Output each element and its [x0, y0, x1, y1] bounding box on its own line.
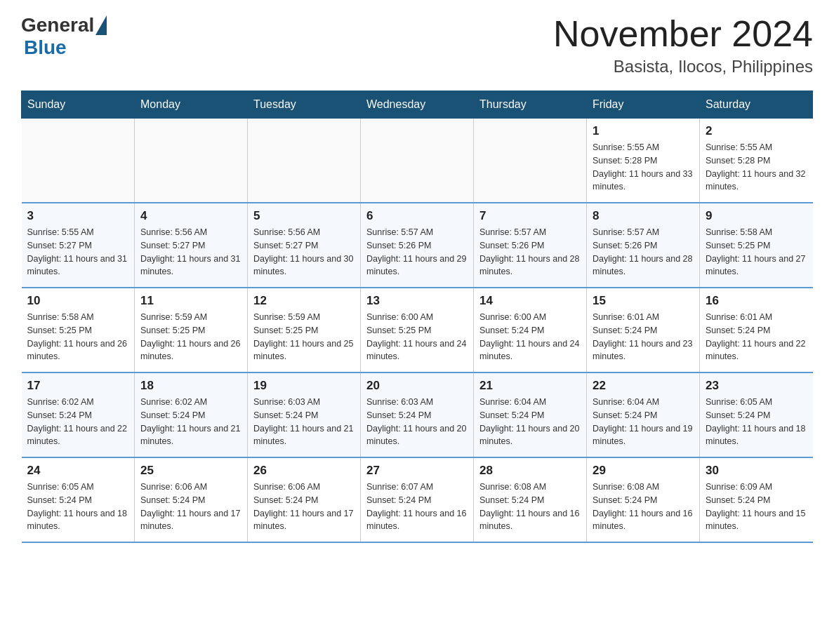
day-info: Sunrise: 6:02 AM Sunset: 5:24 PM Dayligh…: [140, 396, 241, 448]
calendar-day-cell: 17Sunrise: 6:02 AM Sunset: 5:24 PM Dayli…: [22, 373, 135, 457]
day-info: Sunrise: 5:57 AM Sunset: 5:26 PM Dayligh…: [479, 226, 581, 279]
day-number: 5: [253, 209, 355, 223]
day-number: 22: [593, 379, 694, 393]
day-number: 26: [253, 464, 355, 478]
day-info: Sunrise: 5:57 AM Sunset: 5:26 PM Dayligh…: [593, 226, 694, 279]
calendar-day-cell: 18Sunrise: 6:02 AM Sunset: 5:24 PM Dayli…: [135, 373, 248, 457]
day-info: Sunrise: 6:03 AM Sunset: 5:24 PM Dayligh…: [253, 396, 355, 448]
day-number: 27: [366, 464, 468, 478]
calendar-day-cell: [248, 119, 361, 203]
day-info: Sunrise: 5:58 AM Sunset: 5:25 PM Dayligh…: [706, 226, 807, 279]
day-info: Sunrise: 6:04 AM Sunset: 5:24 PM Dayligh…: [593, 396, 694, 448]
day-info: Sunrise: 6:04 AM Sunset: 5:24 PM Dayligh…: [479, 396, 581, 448]
day-number: 13: [366, 294, 468, 308]
day-info: Sunrise: 5:57 AM Sunset: 5:26 PM Dayligh…: [366, 226, 468, 279]
day-number: 30: [706, 464, 807, 478]
calendar-day-cell: 23Sunrise: 6:05 AM Sunset: 5:24 PM Dayli…: [700, 373, 813, 457]
calendar-day-cell: 1Sunrise: 5:55 AM Sunset: 5:28 PM Daylig…: [587, 119, 700, 203]
day-info: Sunrise: 5:56 AM Sunset: 5:27 PM Dayligh…: [140, 226, 241, 279]
day-info: Sunrise: 5:58 AM Sunset: 5:25 PM Dayligh…: [27, 311, 129, 363]
logo: General Blue: [21, 14, 107, 59]
calendar-title: November 2024: [553, 14, 813, 54]
calendar-day-cell: [135, 119, 248, 203]
calendar-day-cell: 12Sunrise: 5:59 AM Sunset: 5:25 PM Dayli…: [248, 288, 361, 373]
calendar-day-cell: [22, 119, 135, 203]
day-number: 23: [706, 379, 807, 393]
day-number: 21: [479, 379, 581, 393]
calendar-day-cell: 21Sunrise: 6:04 AM Sunset: 5:24 PM Dayli…: [474, 373, 587, 457]
day-info: Sunrise: 6:00 AM Sunset: 5:25 PM Dayligh…: [366, 311, 468, 363]
day-info: Sunrise: 6:00 AM Sunset: 5:24 PM Dayligh…: [479, 311, 581, 363]
calendar-day-cell: 9Sunrise: 5:58 AM Sunset: 5:25 PM Daylig…: [700, 203, 813, 288]
day-info: Sunrise: 6:05 AM Sunset: 5:24 PM Dayligh…: [27, 481, 129, 533]
day-number: 14: [479, 294, 581, 308]
day-info: Sunrise: 6:05 AM Sunset: 5:24 PM Dayligh…: [706, 396, 807, 448]
day-number: 2: [706, 124, 807, 138]
calendar-week-row: 3Sunrise: 5:55 AM Sunset: 5:27 PM Daylig…: [22, 203, 813, 288]
calendar-day-cell: 5Sunrise: 5:56 AM Sunset: 5:27 PM Daylig…: [248, 203, 361, 288]
day-number: 6: [366, 209, 468, 223]
calendar-subtitle: Basista, Ilocos, Philippines: [553, 57, 813, 76]
calendar-day-cell: [361, 119, 474, 203]
day-info: Sunrise: 6:03 AM Sunset: 5:24 PM Dayligh…: [366, 396, 468, 448]
calendar-week-row: 24Sunrise: 6:05 AM Sunset: 5:24 PM Dayli…: [22, 457, 813, 542]
calendar-day-cell: 28Sunrise: 6:08 AM Sunset: 5:24 PM Dayli…: [474, 457, 587, 542]
day-info: Sunrise: 6:07 AM Sunset: 5:24 PM Dayligh…: [366, 481, 468, 533]
day-number: 4: [140, 209, 241, 223]
day-number: 29: [593, 464, 694, 478]
calendar-day-cell: [474, 119, 587, 203]
calendar-day-cell: 14Sunrise: 6:00 AM Sunset: 5:24 PM Dayli…: [474, 288, 587, 373]
day-info: Sunrise: 5:56 AM Sunset: 5:27 PM Dayligh…: [253, 226, 355, 279]
day-of-week-header: Friday: [587, 91, 700, 119]
calendar-day-cell: 26Sunrise: 6:06 AM Sunset: 5:24 PM Dayli…: [248, 457, 361, 542]
day-info: Sunrise: 5:55 AM Sunset: 5:28 PM Dayligh…: [706, 141, 807, 194]
day-number: 25: [140, 464, 241, 478]
day-info: Sunrise: 5:55 AM Sunset: 5:28 PM Dayligh…: [593, 141, 694, 194]
calendar-day-cell: 3Sunrise: 5:55 AM Sunset: 5:27 PM Daylig…: [22, 203, 135, 288]
day-of-week-header: Saturday: [700, 91, 813, 119]
day-of-week-header: Monday: [135, 91, 248, 119]
day-of-week-header: Wednesday: [361, 91, 474, 119]
day-number: 16: [706, 294, 807, 308]
day-number: 19: [253, 379, 355, 393]
calendar-week-row: 17Sunrise: 6:02 AM Sunset: 5:24 PM Dayli…: [22, 373, 813, 457]
day-of-week-header: Tuesday: [248, 91, 361, 119]
day-number: 17: [27, 379, 129, 393]
calendar-day-cell: 2Sunrise: 5:55 AM Sunset: 5:28 PM Daylig…: [700, 119, 813, 203]
day-number: 15: [593, 294, 694, 308]
day-number: 24: [27, 464, 129, 478]
calendar-day-cell: 10Sunrise: 5:58 AM Sunset: 5:25 PM Dayli…: [22, 288, 135, 373]
day-number: 20: [366, 379, 468, 393]
page-header: General Blue November 2024 Basista, Iloc…: [21, 14, 813, 76]
day-info: Sunrise: 5:59 AM Sunset: 5:25 PM Dayligh…: [140, 311, 241, 363]
day-info: Sunrise: 6:09 AM Sunset: 5:24 PM Dayligh…: [706, 481, 807, 533]
calendar-day-cell: 13Sunrise: 6:00 AM Sunset: 5:25 PM Dayli…: [361, 288, 474, 373]
day-number: 7: [479, 209, 581, 223]
logo-blue-text: Blue: [24, 36, 67, 59]
day-info: Sunrise: 5:55 AM Sunset: 5:27 PM Dayligh…: [27, 226, 129, 279]
calendar-day-cell: 30Sunrise: 6:09 AM Sunset: 5:24 PM Dayli…: [700, 457, 813, 542]
day-number: 11: [140, 294, 241, 308]
calendar-day-cell: 7Sunrise: 5:57 AM Sunset: 5:26 PM Daylig…: [474, 203, 587, 288]
logo-triangle-icon: [95, 15, 107, 35]
calendar-day-cell: 27Sunrise: 6:07 AM Sunset: 5:24 PM Dayli…: [361, 457, 474, 542]
calendar-header-row: SundayMondayTuesdayWednesdayThursdayFrid…: [22, 91, 813, 119]
calendar-day-cell: 6Sunrise: 5:57 AM Sunset: 5:26 PM Daylig…: [361, 203, 474, 288]
day-info: Sunrise: 5:59 AM Sunset: 5:25 PM Dayligh…: [253, 311, 355, 363]
day-info: Sunrise: 6:06 AM Sunset: 5:24 PM Dayligh…: [253, 481, 355, 533]
calendar-title-block: November 2024 Basista, Ilocos, Philippin…: [553, 14, 813, 76]
calendar-day-cell: 16Sunrise: 6:01 AM Sunset: 5:24 PM Dayli…: [700, 288, 813, 373]
day-number: 18: [140, 379, 241, 393]
day-number: 3: [27, 209, 129, 223]
calendar-day-cell: 4Sunrise: 5:56 AM Sunset: 5:27 PM Daylig…: [135, 203, 248, 288]
day-info: Sunrise: 6:01 AM Sunset: 5:24 PM Dayligh…: [593, 311, 694, 363]
calendar-week-row: 1Sunrise: 5:55 AM Sunset: 5:28 PM Daylig…: [22, 119, 813, 203]
day-of-week-header: Sunday: [22, 91, 135, 119]
day-number: 10: [27, 294, 129, 308]
calendar-week-row: 10Sunrise: 5:58 AM Sunset: 5:25 PM Dayli…: [22, 288, 813, 373]
day-info: Sunrise: 6:08 AM Sunset: 5:24 PM Dayligh…: [593, 481, 694, 533]
calendar-day-cell: 19Sunrise: 6:03 AM Sunset: 5:24 PM Dayli…: [248, 373, 361, 457]
day-of-week-header: Thursday: [474, 91, 587, 119]
day-number: 8: [593, 209, 694, 223]
calendar-day-cell: 22Sunrise: 6:04 AM Sunset: 5:24 PM Dayli…: [587, 373, 700, 457]
